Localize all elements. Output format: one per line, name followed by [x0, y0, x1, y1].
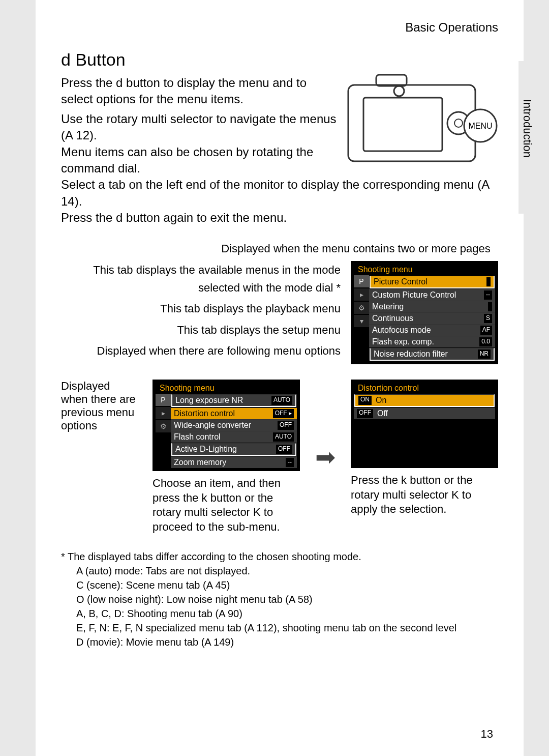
- caption-left: Choose an item, and then press the k but…: [152, 476, 300, 534]
- menu-items: Picture Control Custom Picture Control--…: [369, 275, 495, 361]
- prev-label: Displayed when there are previous menu o…: [61, 380, 137, 432]
- menu-tab: ▸: [354, 288, 369, 301]
- menu-tab: P: [354, 275, 369, 287]
- caption-top: Displayed when the menu contains two or …: [214, 242, 498, 256]
- header-section: Basic Operations: [61, 20, 498, 35]
- menu-title: Distortion control: [354, 383, 495, 394]
- manual-page: Introduction Basic Operations d Button M…: [36, 0, 524, 756]
- menu-screenshot-2: Shooting menu P ▸⚙ Long exposure NRAUTO …: [152, 380, 300, 471]
- menu-title: Shooting menu: [156, 383, 297, 394]
- footnote-item: D (movie): Movie menu tab (A 149): [76, 635, 498, 649]
- page-title: d Button: [61, 50, 498, 70]
- footnote-item: A, B, C, D: Shooting menu tab (A 90): [76, 606, 498, 621]
- footnote-lead: * The displayed tabs differ according to…: [61, 549, 498, 564]
- menu-title: Shooting menu: [354, 264, 495, 275]
- menu-tab: ⚙: [354, 302, 369, 314]
- footnotes: * The displayed tabs differ according to…: [61, 549, 498, 649]
- footnote-item: A (auto) mode: Tabs are not displayed.: [76, 564, 498, 578]
- svg-rect-1: [363, 98, 442, 151]
- footnote-item: E, F, N: E, F, N specialized menu tab (A…: [76, 621, 498, 635]
- label-line: This tab displays the setup menu: [61, 321, 341, 339]
- svg-rect-0: [348, 85, 475, 161]
- left-labels: This tab displays the available menus in…: [61, 261, 341, 363]
- svg-point-5: [394, 86, 404, 96]
- diagram-row-1: This tab displays the available menus in…: [61, 261, 498, 364]
- page-number: 13: [481, 728, 493, 741]
- footnote-item: C (scene): Scene menu tab (A 45): [76, 578, 498, 592]
- side-section-label: Introduction: [521, 99, 534, 158]
- menu-screenshot-3: Distortion control ONOn OFFOff: [351, 380, 498, 468]
- label-line: This tab displays the available menus in…: [61, 261, 341, 297]
- svg-point-3: [454, 119, 463, 127]
- menu-tabs: P ▸ ⚙ ▾: [354, 275, 369, 361]
- menu-screenshot-1: Shooting menu P ▸ ⚙ ▾ Picture Control Cu…: [351, 261, 498, 364]
- label-line: Displayed when there are following menu …: [61, 342, 341, 360]
- bullet-item: Select a tab on the left end of the moni…: [61, 177, 498, 210]
- label-line: This tab displays the playback menu: [61, 300, 341, 317]
- footnote-item: O (low noise night): Low noise night men…: [76, 592, 498, 606]
- menu-button-label: MENU: [468, 122, 492, 130]
- diagram-row-2: Displayed when there are previous menu o…: [61, 380, 498, 534]
- arrow-icon: ➡: [315, 443, 336, 471]
- camera-illustration: MENU: [346, 70, 498, 166]
- menu-tab: ▾: [354, 315, 369, 327]
- caption-right: Press the k button or the rotary multi s…: [351, 473, 498, 517]
- bullet-item: Press the d button again to exit the men…: [61, 210, 498, 226]
